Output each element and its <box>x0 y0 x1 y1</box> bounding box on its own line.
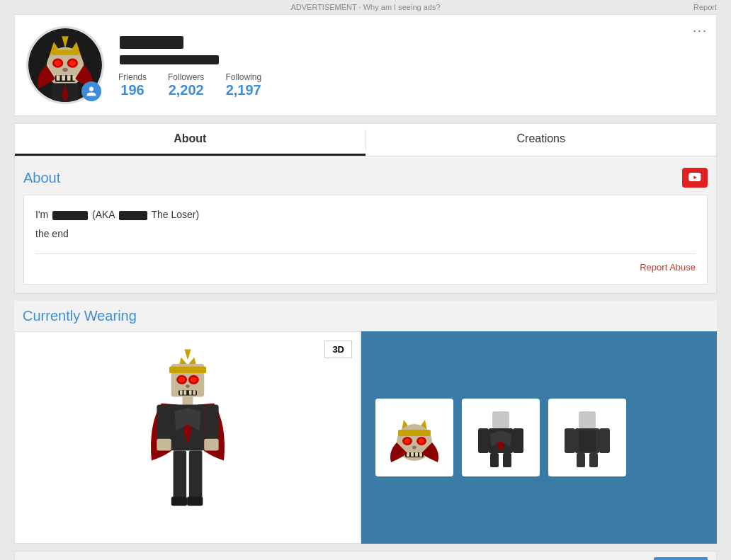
svg-rect-11 <box>57 75 60 81</box>
ad-text: ADVERTISEMENT · Why am I seeing ads? <box>290 3 440 11</box>
more-options-button[interactable]: ··· <box>693 23 708 38</box>
svg-rect-44 <box>171 497 187 506</box>
svg-rect-76 <box>599 428 610 453</box>
svg-rect-41 <box>204 439 218 451</box>
wearing-body: 3D <box>14 331 717 544</box>
stat-friends-label: Friends <box>118 72 147 82</box>
stat-friends-value: 196 <box>118 82 147 98</box>
svg-marker-20 <box>184 350 191 360</box>
about-bio: I'm (AKA The Loser) <box>35 207 696 222</box>
svg-point-27 <box>186 385 190 389</box>
youtube-icon <box>688 171 701 184</box>
profile-stats: Friends 196 Followers 2,202 Following 2,… <box>118 72 705 98</box>
svg-rect-40 <box>157 439 171 451</box>
svg-rect-30 <box>183 391 186 396</box>
svg-rect-69 <box>490 453 499 467</box>
svg-rect-31 <box>189 391 192 396</box>
svg-rect-68 <box>513 428 523 453</box>
profile-info: Friends 196 Followers 2,202 Following 2,… <box>118 33 705 98</box>
wearing-items-panel <box>361 331 717 544</box>
about-section: About I'm (AKA The Loser) the end Report… <box>14 156 717 294</box>
svg-rect-77 <box>577 453 585 467</box>
report-abuse-link[interactable]: Report Abuse <box>640 262 696 273</box>
ad-bar: ADVERTISEMENT · Why am I seeing ads? Rep… <box>0 0 731 14</box>
svg-rect-75 <box>565 428 575 453</box>
bio-aka: (AKA <box>92 209 115 220</box>
svg-rect-43 <box>189 451 203 501</box>
bio-name2-redacted <box>119 211 147 220</box>
online-badge <box>81 81 101 101</box>
profile-display-name <box>118 54 705 65</box>
wearing-title: Currently Wearing <box>14 308 717 331</box>
svg-point-55 <box>412 446 416 450</box>
svg-point-54 <box>419 439 424 444</box>
svg-rect-14 <box>72 75 76 81</box>
stat-friends[interactable]: Friends 196 <box>118 72 147 98</box>
bio-suffix: The Loser) <box>151 209 199 220</box>
about-end: the end <box>35 228 696 239</box>
svg-point-26 <box>191 377 197 382</box>
svg-rect-50 <box>398 430 431 436</box>
svg-point-8 <box>69 60 76 66</box>
character-display <box>15 332 361 543</box>
stat-followers-label: Followers <box>168 72 204 82</box>
svg-rect-58 <box>411 452 414 457</box>
displayname-redacted <box>120 55 219 64</box>
profile-username <box>118 33 705 51</box>
stat-followers[interactable]: Followers 2,202 <box>168 72 204 98</box>
about-title: About <box>23 170 60 186</box>
svg-rect-39 <box>204 405 218 441</box>
about-content-box: I'm (AKA The Loser) the end Report Abuse <box>23 195 708 285</box>
character-svg <box>117 345 259 530</box>
3d-button[interactable]: 3D <box>324 341 352 358</box>
svg-rect-74 <box>579 430 596 452</box>
tab-about[interactable]: About <box>15 124 366 156</box>
avatar-wrap <box>26 26 104 104</box>
wearing-item-mask[interactable] <box>375 399 453 476</box>
svg-rect-12 <box>62 75 65 81</box>
svg-point-9 <box>62 68 68 72</box>
svg-rect-22 <box>169 367 206 373</box>
svg-rect-62 <box>492 411 509 428</box>
svg-point-25 <box>178 377 185 382</box>
wearing-item-outfit1[interactable] <box>462 399 540 476</box>
stat-following-value: 2,197 <box>225 82 261 98</box>
bio-prefix: I'm <box>35 209 48 220</box>
svg-point-7 <box>55 60 61 66</box>
svg-rect-32 <box>193 391 196 396</box>
bio-name1-redacted <box>52 211 88 220</box>
username-redacted <box>120 36 183 49</box>
svg-rect-67 <box>478 428 489 453</box>
wearing-section: Currently Wearing <box>14 301 717 544</box>
wearing-item-outfit2[interactable] <box>548 399 626 476</box>
youtube-button[interactable] <box>682 168 708 188</box>
stat-following-label: Following <box>225 72 261 82</box>
report-ad-link[interactable]: Report <box>693 3 717 11</box>
svg-rect-78 <box>589 453 598 467</box>
see-all-button[interactable]: See All <box>654 557 708 560</box>
wearing-title-text: Currently Wearing <box>23 308 137 324</box>
svg-rect-13 <box>67 75 71 81</box>
svg-rect-45 <box>187 497 203 506</box>
svg-rect-29 <box>180 391 183 396</box>
svg-rect-33 <box>183 397 193 405</box>
svg-rect-38 <box>157 405 171 441</box>
friends-section: Friends (196) See All <box>14 551 717 560</box>
svg-rect-42 <box>174 451 187 501</box>
outfit2-thumbnail <box>555 406 619 469</box>
person-icon <box>86 86 97 97</box>
profile-card: Friends 196 Followers 2,202 Following 2,… <box>14 14 717 116</box>
svg-rect-17 <box>52 50 79 55</box>
svg-rect-72 <box>579 411 596 428</box>
tabs-bar: About Creations <box>14 123 717 156</box>
about-header: About <box>15 164 716 195</box>
mask-thumbnail <box>382 406 446 469</box>
stat-following[interactable]: Following 2,197 <box>225 72 261 98</box>
svg-rect-70 <box>503 453 511 467</box>
svg-rect-59 <box>415 452 418 457</box>
tab-creations[interactable]: Creations <box>366 124 717 156</box>
svg-point-53 <box>404 439 410 444</box>
wearing-3d-panel: 3D <box>14 331 361 544</box>
stat-followers-value: 2,202 <box>168 82 204 98</box>
outfit1-thumbnail <box>469 406 533 469</box>
